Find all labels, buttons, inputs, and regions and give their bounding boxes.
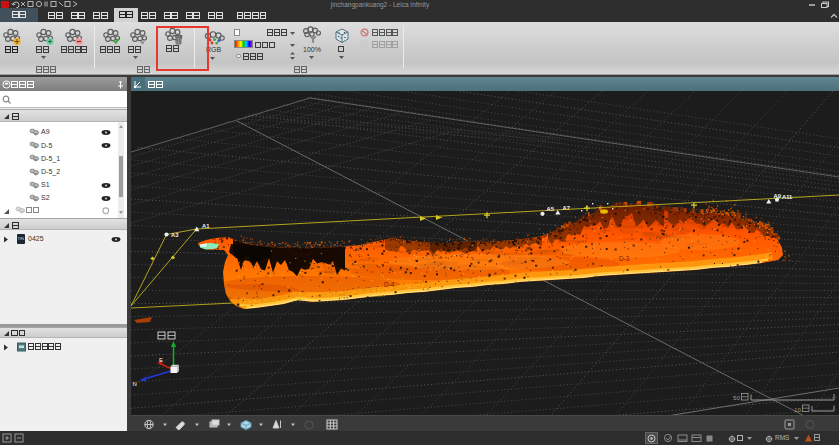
svg-text:A11: A11 [782,194,793,200]
svg-text:10: 10 [794,406,801,413]
svg-text:D-3: D-3 [619,255,630,262]
svg-text:50: 50 [733,394,740,401]
svg-text:E: E [159,357,163,363]
svg-text:A5: A5 [547,206,555,212]
svg-text:A1: A1 [202,223,210,229]
svg-text:A3: A3 [171,232,179,238]
svg-text:A7: A7 [563,205,570,211]
svg-text:D-4: D-4 [384,281,395,288]
svg-text:N: N [133,381,137,387]
svg-text:A9: A9 [774,193,782,199]
